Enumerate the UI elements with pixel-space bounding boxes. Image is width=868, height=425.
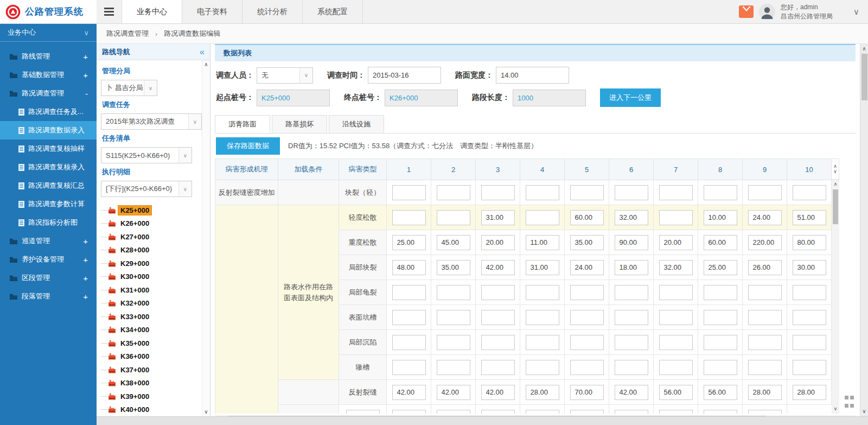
damage-value-input[interactable] [704, 235, 737, 250]
expand-toggle-icon[interactable]: + [83, 255, 88, 264]
damage-value-input[interactable] [615, 335, 648, 350]
scroll-left-icon[interactable]: ‹ [215, 415, 228, 416]
damage-value-input[interactable] [748, 210, 782, 225]
sidebar-item[interactable]: 路线管理+ [0, 47, 97, 66]
damage-value-input[interactable] [793, 360, 826, 375]
damage-value-input[interactable] [704, 335, 737, 350]
resize-grip[interactable] [845, 396, 854, 410]
expand-toggle-icon[interactable]: + [83, 292, 88, 301]
scroll-down-icon[interactable]: ∨ [834, 405, 838, 413]
damage-value-input[interactable] [437, 360, 470, 375]
damage-value-input[interactable] [704, 385, 737, 400]
damage-value-input[interactable] [615, 210, 648, 225]
station-node[interactable]: K32+000 [101, 297, 200, 310]
sidebar-subitem[interactable]: 路况调查复核抽样 [0, 139, 97, 158]
station-node[interactable]: K39+000 [101, 390, 200, 403]
damage-value-input[interactable] [615, 310, 648, 325]
grid-vertical-scrollbar[interactable]: ∧ ∨ ∧ ∨ [832, 158, 839, 414]
next-kilometer-button[interactable]: 进入下一公里 [600, 88, 661, 107]
damage-value-input[interactable] [793, 185, 826, 200]
tab-active[interactable]: 沥青路面 [215, 115, 270, 133]
nav-section-dropdown[interactable]: S115(K25+0-K66+0)∨ [101, 147, 192, 163]
scroll-up-icon[interactable]: ∧ [862, 46, 866, 52]
damage-value-input[interactable] [392, 285, 426, 300]
damage-value-input[interactable] [570, 410, 604, 414]
save-surface-data-button[interactable]: 保存路面数据 [216, 137, 280, 155]
damage-value-input[interactable] [481, 210, 515, 225]
damage-value-input[interactable] [437, 210, 470, 225]
damage-value-input[interactable] [481, 385, 515, 400]
damage-value-input[interactable] [793, 385, 826, 400]
damage-value-input[interactable] [793, 335, 826, 350]
station-node[interactable]: K25+000 [101, 204, 200, 217]
damage-value-input[interactable] [615, 285, 648, 300]
damage-value-input[interactable] [526, 285, 559, 300]
topnav-item[interactable]: 电子资料 [182, 0, 242, 23]
station-node[interactable]: K27+000 [101, 230, 200, 244]
damage-value-input[interactable] [570, 385, 604, 400]
damage-value-input[interactable] [704, 185, 737, 200]
station-node[interactable]: K34+000 [101, 323, 200, 337]
scrollbar-thumb[interactable] [861, 54, 867, 100]
damage-value-input[interactable] [437, 235, 470, 250]
damage-value-input[interactable] [748, 285, 782, 300]
damage-value-input[interactable] [748, 310, 782, 325]
station-node[interactable]: K33+000 [101, 310, 200, 323]
damage-value-input[interactable] [526, 310, 559, 325]
chevron-down-icon[interactable]: ∨ [178, 181, 192, 196]
sidebar-subitem[interactable]: 路况调查参数计算 [0, 195, 97, 213]
survey-time-input[interactable] [368, 67, 441, 84]
damage-value-input[interactable] [346, 410, 380, 414]
grid-scroll-buttons[interactable]: ∧ ∨ [832, 158, 839, 180]
damage-value-input[interactable] [704, 360, 737, 375]
sidebar-item[interactable]: 段落管理+ [0, 287, 97, 306]
damage-value-input[interactable] [437, 260, 470, 275]
damage-value-input[interactable] [481, 260, 515, 275]
sidebar-item[interactable]: 路况调查管理- [0, 84, 97, 103]
damage-value-input[interactable] [526, 235, 559, 250]
sidebar-subitem[interactable]: 路况调查复核汇总 [0, 176, 97, 195]
nav-section-dropdown[interactable]: 卜 昌吉分局∨ [101, 80, 157, 96]
damage-value-input[interactable] [526, 185, 559, 200]
damage-value-input[interactable] [615, 385, 648, 400]
station-node[interactable]: K28+000 [101, 244, 200, 257]
damage-value-input[interactable] [437, 285, 470, 300]
damage-value-input[interactable] [748, 385, 782, 400]
damage-value-input[interactable] [615, 360, 648, 375]
damage-value-input[interactable] [793, 285, 826, 300]
grid-horizontal-scrollbar[interactable]: ‹ › [215, 415, 856, 416]
damage-value-input[interactable] [526, 410, 559, 414]
station-node[interactable]: K26+000 [101, 217, 200, 231]
station-node[interactable]: K30+000 [101, 270, 200, 284]
damage-value-input[interactable] [615, 410, 648, 414]
scroll-down-icon[interactable]: ∨ [833, 169, 837, 174]
damage-value-input[interactable] [659, 410, 693, 414]
damage-value-input[interactable] [570, 260, 604, 275]
damage-value-input[interactable] [570, 360, 604, 375]
damage-value-input[interactable] [748, 335, 782, 350]
sidebar-item[interactable]: 基础数据管理+ [0, 66, 97, 84]
tab-inactive[interactable]: 沿线设施 [329, 115, 384, 133]
damage-value-input[interactable] [615, 235, 648, 250]
station-node[interactable]: K36+000 [101, 350, 200, 364]
chevron-down-icon[interactable]: ∨ [299, 68, 312, 83]
damage-value-input[interactable] [793, 210, 826, 225]
damage-value-input[interactable] [392, 410, 426, 414]
scroll-down-icon[interactable]: ∨ [204, 409, 208, 415]
damage-value-input[interactable] [481, 285, 515, 300]
damage-value-input[interactable] [570, 235, 604, 250]
damage-value-input[interactable] [481, 335, 515, 350]
damage-value-input[interactable] [793, 310, 826, 325]
topnav-item[interactable]: 系统配置 [303, 0, 363, 23]
damage-value-input[interactable] [659, 335, 693, 350]
damage-value-input[interactable] [481, 235, 515, 250]
station-node[interactable]: K29+000 [101, 257, 200, 270]
damage-value-input[interactable] [748, 360, 782, 375]
nav-section-dropdown[interactable]: 2015年第3次路况调查∨ [101, 113, 202, 130]
scroll-down-icon[interactable]: ∨ [862, 408, 866, 415]
damage-value-input[interactable] [437, 310, 470, 325]
expand-toggle-icon[interactable]: + [83, 52, 88, 61]
scroll-up-icon[interactable]: ∧ [204, 62, 208, 67]
damage-value-input[interactable] [392, 310, 426, 325]
damage-value-input[interactable] [704, 285, 737, 300]
